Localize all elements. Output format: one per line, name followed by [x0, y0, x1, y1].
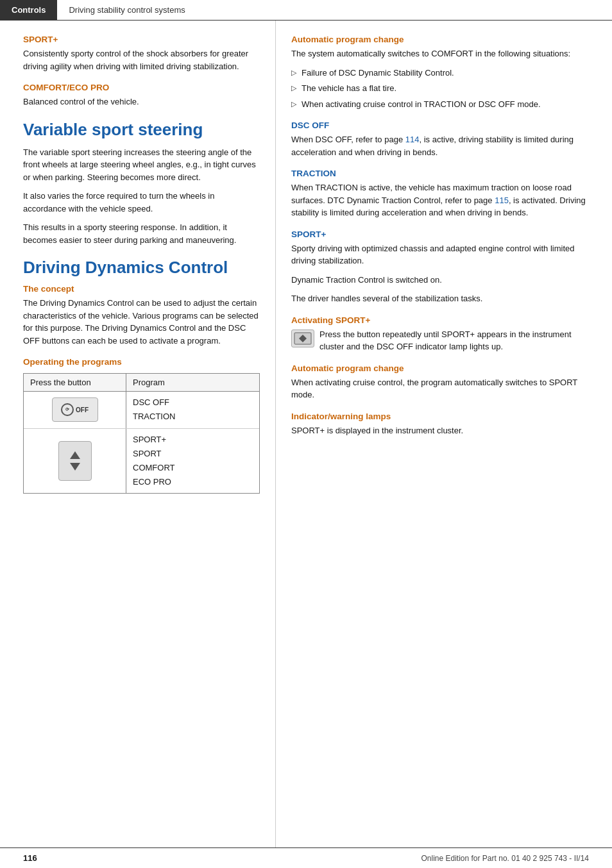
bullet-text-1: Failure of DSC Dynamic Stability Control…	[302, 67, 454, 79]
operating-programs-section: Operating the programs Press the button …	[23, 357, 260, 494]
auto-program-2-text: When activating cruise control, the prog…	[291, 376, 589, 401]
table-row-sport: SPORT+ SPORT COMFORT ECO PRO	[24, 429, 259, 493]
triangle-down-icon	[70, 463, 80, 471]
indicator-heading: Indicator/warning lamps	[291, 412, 589, 421]
dsc-off-text-pre: When DSC OFF, refer to page	[291, 135, 405, 144]
tab-driving-stability[interactable]: Driving stability control systems	[57, 0, 196, 20]
auto-program-heading-1: Automatic program change	[291, 35, 589, 44]
footer-text: Online Edition for Part no. 01 40 2 925 …	[421, 854, 589, 863]
table-row-dsc: ⟳ OFF DSC OFF TRACTION	[24, 392, 259, 428]
table-header-row: Press the button Program	[24, 374, 259, 392]
indicator-text: SPORT+ is displayed in the instrument cl…	[291, 424, 589, 437]
program-dsc-off: DSC OFF	[133, 396, 253, 410]
tab-controls[interactable]: Controls	[0, 0, 57, 20]
sport-activate-icon	[291, 330, 314, 347]
page-footer: 116 Online Edition for Part no. 01 40 2 …	[0, 847, 612, 868]
program-traction: TRACTION	[133, 410, 253, 424]
driving-dynamics-section: Driving Dynamics Control The concept The…	[23, 258, 260, 347]
activating-sport-text: Press the button repeatedly until SPORT+…	[291, 328, 589, 353]
activating-sport-section: Activating SPORT+ Press the button repea…	[291, 315, 589, 353]
comfort-eco-heading: COMFORT/ECO PRO	[23, 83, 260, 92]
activating-sport-body: Press the button repeatedly until SPORT+…	[319, 330, 572, 352]
sport-plus-right-heading: SPORT+	[291, 230, 589, 239]
sport-plus-heading: SPORT+	[23, 35, 260, 44]
main-content: SPORT+ Consistently sporty control of th…	[0, 21, 612, 847]
page-header: Controls Driving stability control syste…	[0, 0, 612, 21]
left-column: SPORT+ Consistently sporty control of th…	[0, 21, 276, 847]
sport-plus-right-p3: The driver handles several of the stabil…	[291, 292, 589, 305]
variable-sport-section: Variable sport steering The variable spo…	[23, 120, 260, 247]
activating-sport-heading: Activating SPORT+	[291, 315, 589, 325]
dsc-programs-cell: DSC OFF TRACTION	[126, 392, 259, 428]
concept-text: The Driving Dynamics Control can be used…	[23, 297, 260, 347]
dsc-off-section: DSC OFF When DSC OFF, refer to page 114,…	[291, 121, 589, 158]
sport-programs-cell: SPORT+ SPORT COMFORT ECO PRO	[126, 429, 259, 493]
variable-sport-p1: The variable sport steering increases th…	[23, 146, 260, 184]
sport-plus-section: SPORT+ Consistently sporty control of th…	[23, 35, 260, 72]
program-comfort: COMFORT	[133, 461, 253, 475]
variable-sport-p3: This results in a sporty steering respon…	[23, 221, 260, 246]
bullet-arrow-3: ▷	[291, 99, 296, 110]
traction-page-link[interactable]: 115	[495, 196, 509, 205]
sport-plus-text: Consistently sporty control of the shock…	[23, 47, 260, 72]
triangle-up-icon	[70, 451, 80, 459]
dsc-button-icon: ⟳ OFF	[52, 397, 98, 422]
bullet-text-3: When activating cruise control in TRACTI…	[302, 98, 541, 111]
dsc-off-text: When DSC OFF, refer to page 114, is acti…	[291, 133, 589, 158]
traction-text: When TRACTION is active, the vehicle has…	[291, 181, 589, 219]
auto-program-heading-2: Automatic program change	[291, 363, 589, 373]
comfort-eco-section: COMFORT/ECO PRO Balanced control of the …	[23, 83, 260, 108]
sport-plus-right-section: SPORT+ Sporty driving with optimized cha…	[291, 230, 589, 305]
bullet-item-2: ▷ The vehicle has a flat tire.	[291, 82, 589, 95]
auto-program-intro: The system automatically switches to COM…	[291, 47, 589, 60]
traction-heading: TRACTION	[291, 169, 589, 178]
driving-dynamics-heading: Driving Dynamics Control	[23, 258, 260, 278]
indicator-section: Indicator/warning lamps SPORT+ is displa…	[291, 412, 589, 437]
bullet-list: ▷ Failure of DSC Dynamic Stability Contr…	[291, 67, 589, 111]
page-number: 116	[23, 853, 37, 863]
sport-plus-right-p2: Dynamic Traction Control is switched on.	[291, 274, 589, 287]
variable-sport-heading: Variable sport steering	[23, 120, 260, 140]
program-sport-plus: SPORT+	[133, 433, 253, 447]
dsc-off-page-link[interactable]: 114	[405, 135, 420, 144]
program-sport: SPORT	[133, 447, 253, 461]
dsc-off-heading: DSC OFF	[291, 121, 589, 130]
dsc-button-cell: ⟳ OFF	[24, 392, 126, 428]
sport-button-icon	[58, 441, 92, 481]
comfort-eco-text: Balanced control of the vehicle.	[23, 96, 260, 108]
concept-heading: The concept	[23, 284, 260, 294]
bullet-item-1: ▷ Failure of DSC Dynamic Stability Contr…	[291, 67, 589, 79]
bullet-text-2: The vehicle has a flat tire.	[302, 82, 396, 95]
col-press-button: Press the button	[24, 374, 126, 391]
traction-section: TRACTION When TRACTION is active, the ve…	[291, 169, 589, 219]
sport-button-cell	[24, 429, 126, 493]
bullet-arrow-1: ▷	[291, 67, 296, 78]
tab-driving-label: Driving stability control systems	[69, 5, 185, 15]
bullet-arrow-2: ▷	[291, 83, 296, 94]
right-column: Automatic program change The system auto…	[276, 21, 612, 847]
bullet-item-3: ▷ When activating cruise control in TRAC…	[291, 98, 589, 111]
auto-program-change-section-1: Automatic program change The system auto…	[291, 35, 589, 110]
tab-controls-label: Controls	[12, 5, 46, 15]
programs-table: Press the button Program ⟳ OFF	[23, 373, 260, 494]
operating-programs-heading: Operating the programs	[23, 357, 260, 367]
dsc-circle-icon: ⟳	[61, 403, 74, 416]
auto-program-change-section-2: Automatic program change When activating…	[291, 363, 589, 401]
col-program: Program	[126, 374, 259, 391]
sport-plus-right-p1: Sporty driving with optimized chassis an…	[291, 242, 589, 267]
program-eco-pro: ECO PRO	[133, 475, 253, 489]
variable-sport-p2: It also varies the force required to tur…	[23, 190, 260, 215]
